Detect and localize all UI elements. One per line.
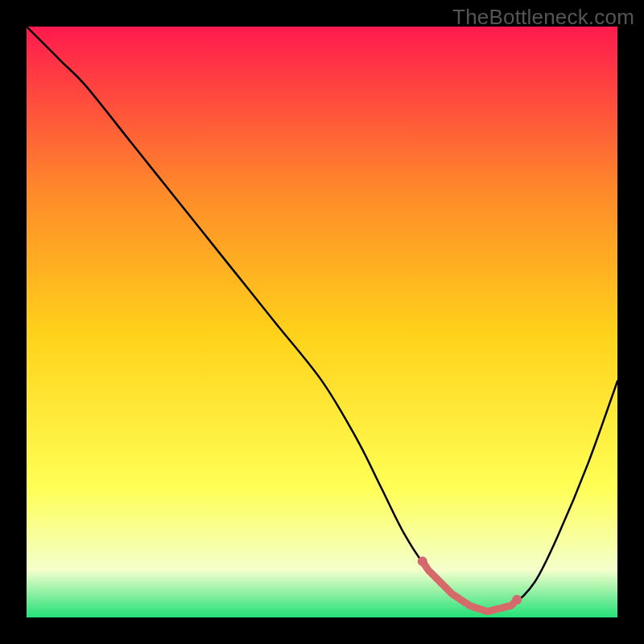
chart-area [27,27,617,617]
watermark-text: TheBottleneck.com [452,5,634,30]
gradient-background [27,27,617,617]
optimal-range-end-dot [512,595,522,605]
optimal-range-start-dot [418,556,427,566]
chart-svg [27,27,617,617]
